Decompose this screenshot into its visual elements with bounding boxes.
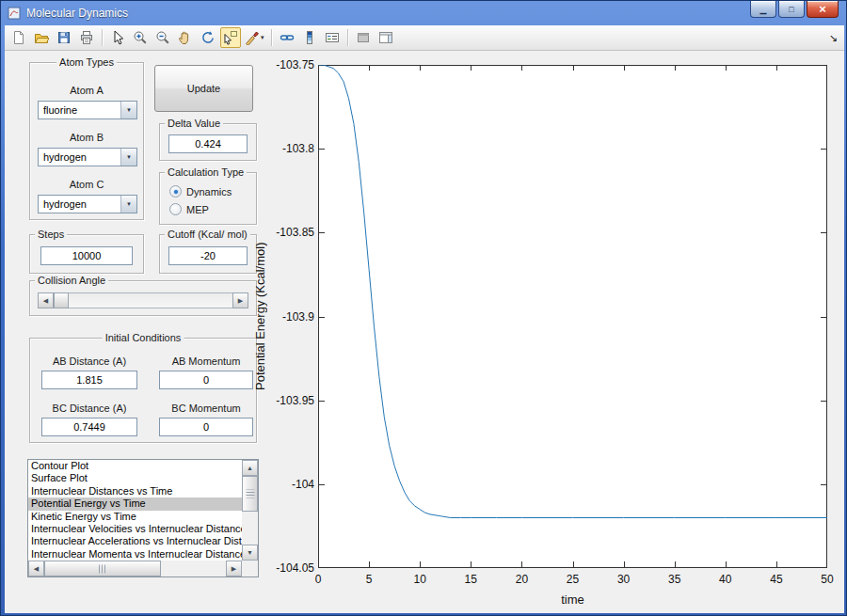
toolbar-separator xyxy=(271,29,272,46)
print-figure-icon xyxy=(79,30,94,45)
y-axis-label: Potential Energy (Kcal/mol) xyxy=(253,65,267,568)
x-tick-label: 40 xyxy=(707,573,744,586)
link-plot-icon xyxy=(280,30,295,45)
window-controls: ▁□× xyxy=(750,1,839,18)
pan-button[interactable] xyxy=(175,27,196,48)
zoom-out-button[interactable] xyxy=(152,27,173,48)
app-icon xyxy=(7,6,22,21)
x-tick-label: 30 xyxy=(605,573,643,586)
x-tick-label: 10 xyxy=(401,573,439,586)
x-tick-label: 45 xyxy=(758,573,795,586)
open-file-button[interactable] xyxy=(31,27,52,48)
maximize-icon: □ xyxy=(789,5,793,14)
y-tick-label: -103.9 xyxy=(273,310,314,324)
save-figure-icon xyxy=(56,30,72,45)
rotate-3d-button[interactable] xyxy=(198,27,218,48)
plot-svg xyxy=(318,65,827,568)
show-plot-tools-button[interactable] xyxy=(376,27,396,48)
data-cursor-button[interactable] xyxy=(220,27,241,48)
brush-icon xyxy=(245,30,260,45)
zoom-out-icon xyxy=(155,30,170,45)
x-tick-label: 50 xyxy=(808,573,846,586)
x-tick-label: 0 xyxy=(299,573,337,586)
x-tick-label: 15 xyxy=(452,573,489,586)
insert-legend-icon xyxy=(325,30,340,45)
y-tick-label: -104 xyxy=(273,478,314,491)
close-button[interactable]: × xyxy=(807,1,839,18)
zoom-in-button[interactable] xyxy=(130,27,151,48)
y-tick-label: -103.8 xyxy=(273,142,314,155)
new-figure-icon xyxy=(11,30,26,45)
y-tick-label: -103.75 xyxy=(273,58,314,71)
x-tick-label: 35 xyxy=(656,573,694,586)
new-figure-button[interactable] xyxy=(8,27,29,48)
toolbar: ▾↘ xyxy=(5,25,844,51)
x-tick-label: 20 xyxy=(503,573,540,586)
plot-canvas[interactable] xyxy=(318,65,827,568)
dock-figure-icon[interactable]: ↘ xyxy=(829,32,838,44)
hide-plot-tools-button[interactable] xyxy=(353,27,374,48)
rotate-3d-icon xyxy=(200,30,216,45)
zoom-in-icon xyxy=(133,30,148,45)
figure-area: Atom Types Atom A fluorine ▼ Atom B hydr… xyxy=(5,51,844,613)
hide-plot-tools-icon xyxy=(356,30,371,45)
insert-legend-button[interactable] xyxy=(322,27,343,48)
edit-plot-icon xyxy=(110,30,125,45)
client-area: ▾↘ Atom Types Atom A fluorine ▼ Atom B h… xyxy=(5,25,844,613)
edit-plot-button[interactable] xyxy=(107,27,128,48)
x-axis-label: time xyxy=(318,592,827,607)
y-tick-label: -103.85 xyxy=(273,226,314,239)
minimize-button[interactable]: ▁ xyxy=(750,1,776,18)
insert-colorbar-icon xyxy=(302,30,317,45)
link-plot-button[interactable] xyxy=(277,27,297,48)
close-icon: × xyxy=(819,5,826,14)
plot-area: time Potential Energy (Kcal/mol) 0510152… xyxy=(5,51,844,613)
brush-dropdown-caret-icon[interactable]: ▾ xyxy=(261,34,264,41)
application-window: Molecular Dynamics ▁□× ▾↘ Atom Types Ato… xyxy=(0,0,847,616)
minimize-icon: ▁ xyxy=(760,5,767,14)
x-tick-label: 5 xyxy=(350,573,388,586)
window-title: Molecular Dynamics xyxy=(26,7,128,20)
brush-button[interactable]: ▾ xyxy=(243,27,266,48)
save-figure-button[interactable] xyxy=(54,27,74,48)
print-figure-button[interactable] xyxy=(76,27,97,48)
insert-colorbar-button[interactable] xyxy=(299,27,320,48)
maximize-button[interactable]: □ xyxy=(778,1,805,18)
data-cursor-icon xyxy=(223,30,238,45)
toolbar-separator xyxy=(347,29,348,46)
toolbar-separator xyxy=(102,29,103,46)
open-file-icon xyxy=(34,30,49,45)
y-tick-label: -103.95 xyxy=(273,394,314,407)
titlebar[interactable]: Molecular Dynamics ▁□× xyxy=(1,1,846,25)
show-plot-tools-icon xyxy=(378,30,393,45)
pan-icon xyxy=(178,30,193,45)
y-tick-label: -104.05 xyxy=(273,561,314,575)
x-tick-label: 25 xyxy=(554,573,592,586)
